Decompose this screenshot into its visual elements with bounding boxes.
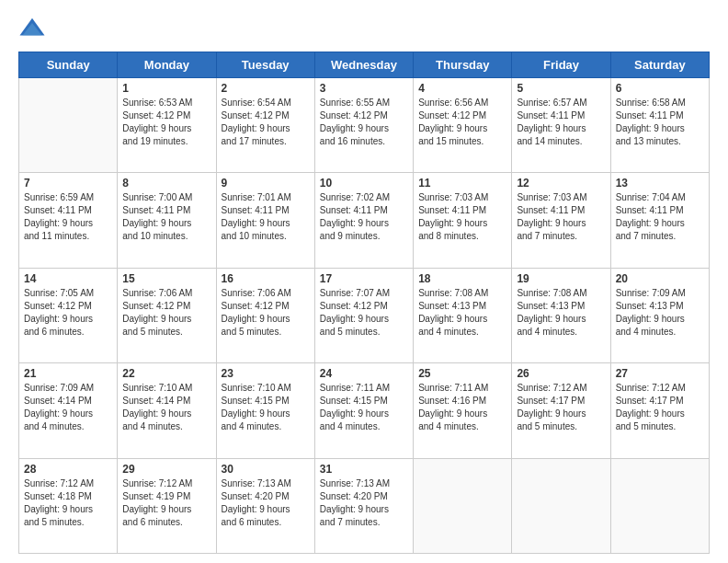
day-info: Sunrise: 6:59 AM Sunset: 4:11 PM Dayligh…: [24, 191, 112, 243]
day-number: 23: [222, 367, 310, 380]
day-info: Sunrise: 7:03 AM Sunset: 4:11 PM Dayligh…: [418, 191, 506, 243]
day-info: Sunrise: 7:03 AM Sunset: 4:11 PM Dayligh…: [517, 191, 605, 243]
day-info: Sunrise: 7:06 AM Sunset: 4:12 PM Dayligh…: [222, 287, 310, 339]
calendar-cell: 13Sunrise: 7:04 AM Sunset: 4:11 PM Dayli…: [610, 173, 709, 268]
day-header-monday: Monday: [118, 52, 216, 78]
day-number: 27: [616, 367, 704, 380]
calendar-cell: 25Sunrise: 7:11 AM Sunset: 4:16 PM Dayli…: [414, 363, 512, 458]
day-number: 24: [320, 367, 408, 380]
day-number: 3: [320, 82, 408, 95]
day-number: 2: [222, 82, 310, 95]
day-info: Sunrise: 7:12 AM Sunset: 4:18 PM Dayligh…: [24, 477, 112, 529]
calendar-cell: 8Sunrise: 7:00 AM Sunset: 4:11 PM Daylig…: [118, 173, 216, 268]
day-number: 7: [24, 177, 112, 190]
calendar-week-row: 21Sunrise: 7:09 AM Sunset: 4:14 PM Dayli…: [19, 363, 710, 458]
calendar-cell: 18Sunrise: 7:08 AM Sunset: 4:13 PM Dayli…: [414, 268, 512, 362]
day-info: Sunrise: 7:11 AM Sunset: 4:15 PM Dayligh…: [320, 382, 408, 433]
calendar-cell: 2Sunrise: 6:54 AM Sunset: 4:12 PM Daylig…: [216, 78, 314, 173]
day-number: 12: [517, 177, 605, 190]
day-number: 9: [222, 177, 310, 190]
day-number: 19: [517, 272, 605, 285]
day-number: 28: [24, 463, 112, 476]
day-info: Sunrise: 7:06 AM Sunset: 4:12 PM Dayligh…: [122, 287, 210, 339]
calendar-cell: 9Sunrise: 7:01 AM Sunset: 4:11 PM Daylig…: [216, 173, 314, 268]
day-header-sunday: Sunday: [19, 52, 118, 78]
calendar-cell: 20Sunrise: 7:09 AM Sunset: 4:13 PM Dayli…: [610, 268, 709, 362]
day-number: 17: [320, 272, 408, 285]
day-number: 13: [616, 177, 704, 190]
day-number: 15: [122, 272, 210, 285]
day-info: Sunrise: 7:02 AM Sunset: 4:11 PM Dayligh…: [320, 191, 408, 243]
day-number: 14: [24, 272, 112, 285]
day-number: 22: [122, 367, 210, 380]
day-info: Sunrise: 7:04 AM Sunset: 4:11 PM Dayligh…: [616, 191, 704, 243]
day-number: 5: [517, 82, 605, 95]
day-number: 4: [418, 82, 506, 95]
day-info: Sunrise: 7:10 AM Sunset: 4:14 PM Dayligh…: [122, 382, 210, 433]
day-header-wednesday: Wednesday: [314, 52, 413, 78]
calendar-cell: [512, 458, 610, 553]
calendar-cell: 15Sunrise: 7:06 AM Sunset: 4:12 PM Dayli…: [118, 268, 216, 362]
calendar-cell: 7Sunrise: 6:59 AM Sunset: 4:11 PM Daylig…: [19, 173, 118, 268]
calendar-cell: 11Sunrise: 7:03 AM Sunset: 4:11 PM Dayli…: [414, 173, 512, 268]
day-number: 31: [320, 463, 408, 476]
day-number: 11: [418, 177, 506, 190]
calendar-cell: 26Sunrise: 7:12 AM Sunset: 4:17 PM Dayli…: [512, 363, 610, 458]
day-info: Sunrise: 7:08 AM Sunset: 4:13 PM Dayligh…: [418, 287, 506, 339]
day-header-tuesday: Tuesday: [216, 52, 314, 78]
calendar-cell: 29Sunrise: 7:12 AM Sunset: 4:19 PM Dayli…: [118, 458, 216, 553]
calendar-cell: 3Sunrise: 6:55 AM Sunset: 4:12 PM Daylig…: [314, 78, 413, 173]
day-info: Sunrise: 7:09 AM Sunset: 4:14 PM Dayligh…: [24, 382, 112, 433]
day-number: 21: [24, 367, 112, 380]
day-info: Sunrise: 6:54 AM Sunset: 4:12 PM Dayligh…: [222, 97, 310, 148]
calendar-cell: 30Sunrise: 7:13 AM Sunset: 4:20 PM Dayli…: [216, 458, 314, 553]
day-number: 26: [517, 367, 605, 380]
calendar-cell: 14Sunrise: 7:05 AM Sunset: 4:12 PM Dayli…: [19, 268, 118, 362]
calendar-cell: 4Sunrise: 6:56 AM Sunset: 4:12 PM Daylig…: [414, 78, 512, 173]
day-number: 20: [616, 272, 704, 285]
day-info: Sunrise: 6:55 AM Sunset: 4:12 PM Dayligh…: [320, 97, 408, 148]
calendar-cell: 17Sunrise: 7:07 AM Sunset: 4:12 PM Dayli…: [314, 268, 413, 362]
day-info: Sunrise: 7:13 AM Sunset: 4:20 PM Dayligh…: [320, 477, 408, 529]
calendar-cell: 28Sunrise: 7:12 AM Sunset: 4:18 PM Dayli…: [19, 458, 118, 553]
day-info: Sunrise: 7:11 AM Sunset: 4:16 PM Dayligh…: [418, 382, 506, 433]
day-info: Sunrise: 7:13 AM Sunset: 4:20 PM Dayligh…: [222, 477, 310, 529]
day-info: Sunrise: 7:05 AM Sunset: 4:12 PM Dayligh…: [24, 287, 112, 339]
day-info: Sunrise: 7:08 AM Sunset: 4:13 PM Dayligh…: [517, 287, 605, 339]
calendar-cell: [19, 78, 118, 173]
day-number: 16: [222, 272, 310, 285]
day-number: 6: [616, 82, 704, 95]
day-info: Sunrise: 7:07 AM Sunset: 4:12 PM Dayligh…: [320, 287, 408, 339]
day-number: 8: [122, 177, 210, 190]
day-info: Sunrise: 7:09 AM Sunset: 4:13 PM Dayligh…: [616, 287, 704, 339]
calendar-cell: 23Sunrise: 7:10 AM Sunset: 4:15 PM Dayli…: [216, 363, 314, 458]
page: SundayMondayTuesdayWednesdayThursdayFrid…: [0, 0, 728, 563]
day-info: Sunrise: 7:10 AM Sunset: 4:15 PM Dayligh…: [222, 382, 310, 433]
day-info: Sunrise: 7:12 AM Sunset: 4:17 PM Dayligh…: [517, 382, 605, 433]
calendar-week-row: 28Sunrise: 7:12 AM Sunset: 4:18 PM Dayli…: [19, 458, 710, 553]
day-info: Sunrise: 7:01 AM Sunset: 4:11 PM Dayligh…: [222, 191, 310, 243]
day-info: Sunrise: 6:56 AM Sunset: 4:12 PM Dayligh…: [418, 97, 506, 148]
day-header-thursday: Thursday: [414, 52, 512, 78]
day-number: 30: [222, 463, 310, 476]
day-number: 10: [320, 177, 408, 190]
calendar-cell: 12Sunrise: 7:03 AM Sunset: 4:11 PM Dayli…: [512, 173, 610, 268]
calendar-cell: 31Sunrise: 7:13 AM Sunset: 4:20 PM Dayli…: [314, 458, 413, 553]
day-info: Sunrise: 7:12 AM Sunset: 4:17 PM Dayligh…: [616, 382, 704, 433]
calendar-week-row: 1Sunrise: 6:53 AM Sunset: 4:12 PM Daylig…: [19, 78, 710, 173]
day-header-friday: Friday: [512, 52, 610, 78]
calendar-cell: 6Sunrise: 6:58 AM Sunset: 4:11 PM Daylig…: [610, 78, 709, 173]
day-number: 29: [122, 463, 210, 476]
calendar-cell: 19Sunrise: 7:08 AM Sunset: 4:13 PM Dayli…: [512, 268, 610, 362]
day-header-saturday: Saturday: [610, 52, 709, 78]
day-info: Sunrise: 6:53 AM Sunset: 4:12 PM Dayligh…: [122, 97, 210, 148]
day-info: Sunrise: 6:57 AM Sunset: 4:11 PM Dayligh…: [517, 97, 605, 148]
calendar-week-row: 7Sunrise: 6:59 AM Sunset: 4:11 PM Daylig…: [19, 173, 710, 268]
calendar-cell: 22Sunrise: 7:10 AM Sunset: 4:14 PM Dayli…: [118, 363, 216, 458]
day-info: Sunrise: 6:58 AM Sunset: 4:11 PM Dayligh…: [616, 97, 704, 148]
calendar-cell: 1Sunrise: 6:53 AM Sunset: 4:12 PM Daylig…: [118, 78, 216, 173]
calendar-cell: 27Sunrise: 7:12 AM Sunset: 4:17 PM Dayli…: [610, 363, 709, 458]
day-number: 1: [122, 82, 210, 95]
day-number: 18: [418, 272, 506, 285]
calendar-cell: [414, 458, 512, 553]
